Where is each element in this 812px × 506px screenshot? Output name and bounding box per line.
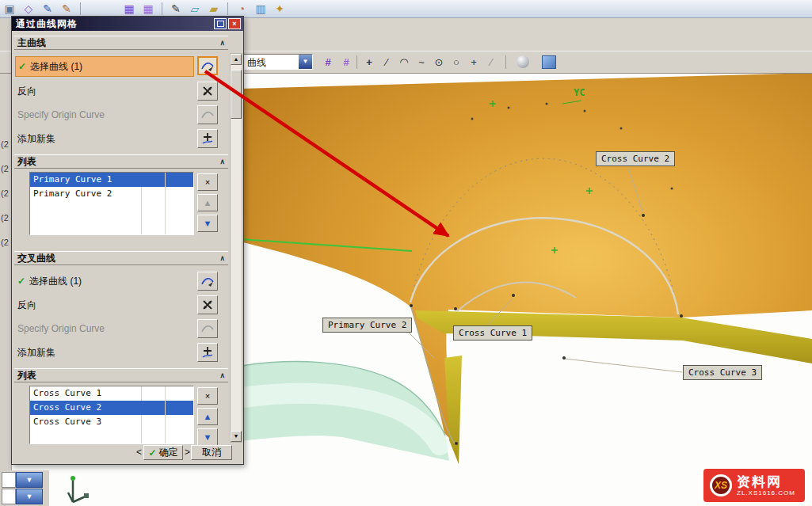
selection-filter-value: 曲线 (244, 55, 299, 69)
dialog-minimize-button[interactable] (214, 18, 227, 29)
primary-select-label: 选择曲线 (1) (30, 60, 82, 74)
sketch-icon[interactable]: ▣ (2, 2, 17, 16)
primary-section-header[interactable]: 主曲线 ∧ (14, 36, 228, 50)
scrollbar-thumb[interactable] (231, 70, 242, 119)
select-curve-icon (200, 59, 215, 72)
primary-move-down-button[interactable]: ▼ (197, 215, 218, 232)
watermark-logo: XS (710, 474, 732, 496)
pen-orange-icon[interactable]: ✎ (59, 2, 74, 16)
primary-reverse-button[interactable] (197, 82, 218, 101)
scroll-down-button[interactable]: ▼ (231, 431, 242, 442)
slash-tool-icon[interactable]: ∕ (483, 55, 499, 70)
pen-blue-icon[interactable]: ✎ (40, 2, 55, 16)
cross-select-label: 选择曲线 (1) (29, 275, 82, 288)
dialog-scrollbar[interactable]: ▲ ▼ (230, 53, 242, 443)
cross-reverse-button[interactable] (197, 295, 218, 314)
pen-dark-icon[interactable]: ✎ (168, 2, 184, 16)
cross-select-curve-row[interactable]: ✓ 选择曲线 (1) (15, 272, 194, 291)
view-cube-icon[interactable] (542, 55, 556, 69)
render-sphere-icon[interactable] (517, 55, 529, 68)
primary-select-curve-button[interactable] (197, 56, 218, 75)
sheet-icon[interactable]: ▥ (253, 2, 269, 16)
dialog-close-button[interactable]: × (228, 18, 241, 29)
primary-remove-button[interactable]: × (197, 173, 218, 191)
cross-remove-button[interactable]: × (197, 387, 218, 405)
list-item[interactable]: Cross Curve 1 (30, 386, 193, 401)
primary-add-set-button[interactable] (197, 129, 218, 148)
collapse-icon[interactable]: ∧ (219, 254, 225, 262)
axis-label-yc: YC (574, 87, 585, 98)
dialog-title: 通过曲线网格 (16, 17, 212, 31)
point-move-icon[interactable]: + (361, 55, 377, 70)
primary-list-label: 列表 (17, 155, 36, 169)
reverse-direction-icon (201, 299, 214, 310)
circle-tool-icon[interactable]: ○ (448, 55, 464, 70)
primary-select-curve-row[interactable]: ✓ 选择曲线 (1) (15, 56, 194, 77)
dialog-titlebar[interactable]: 通过曲线网格 × (12, 17, 243, 31)
view-combo-2[interactable]: ▼ (2, 489, 48, 504)
list-item[interactable]: Primary Curve 2 (30, 187, 193, 201)
primary-move-up-button[interactable]: ▲ (197, 194, 218, 211)
plane-icon[interactable]: ▱ (187, 2, 203, 16)
cross-select-curve-button[interactable] (197, 272, 218, 291)
ok-label: 确定 (159, 446, 178, 459)
plus-tool-icon[interactable]: + (466, 55, 482, 70)
surface-icon[interactable]: ▰ (206, 2, 222, 16)
dropdown-icon[interactable]: ▼ (16, 489, 43, 504)
cancel-label: 取消 (202, 446, 221, 459)
csys-triad-icon (65, 472, 93, 505)
cross-add-set-button[interactable] (197, 343, 218, 362)
cross-origin-button[interactable] (197, 319, 218, 338)
select-curve-icon (200, 275, 215, 287)
dropdown-icon[interactable]: ▼ (16, 472, 43, 488)
point-tool-icon[interactable]: ⊙ (431, 55, 447, 70)
curve-tag-primary-2[interactable]: Primary Curve 2 (322, 318, 412, 333)
cross-move-up-button[interactable]: ▲ (197, 408, 218, 425)
primary-curve-list[interactable]: Primary Curve 1 Primary Curve 2 (29, 172, 194, 235)
cross-origin-label: Specify Origin Curve (17, 323, 105, 334)
add-new-set-icon (201, 132, 214, 145)
origin-curve-icon (200, 108, 215, 121)
cross-section-header[interactable]: 交叉曲线 ∧ (14, 251, 228, 265)
primary-origin-button[interactable] (197, 105, 218, 124)
snap-grid-icon-1[interactable]: # (320, 55, 336, 70)
collapse-icon[interactable]: ∧ (219, 371, 225, 379)
list-item[interactable]: Cross Curve 2 (30, 401, 193, 415)
check-icon: ✓ (18, 61, 26, 72)
combo-field[interactable] (2, 489, 16, 504)
primary-list-header[interactable]: 列表 ∧ (14, 154, 228, 169)
snap-grid-icon-2[interactable]: # (338, 55, 354, 70)
datum-icon[interactable]: ◇ (21, 2, 36, 16)
combo-dropdown-icon[interactable]: ▼ (299, 55, 312, 69)
list-item[interactable]: Primary Curve 1 (30, 173, 193, 187)
collapse-icon[interactable]: ∧ (219, 158, 225, 165)
spline-tool-icon[interactable]: ~ (414, 55, 429, 70)
ok-decor-left: < (136, 447, 142, 458)
arc-tool-icon[interactable]: ◠ (396, 55, 412, 70)
line-tool-icon[interactable]: ∕ (379, 55, 395, 70)
list-item[interactable]: Cross Curve 3 (30, 415, 193, 429)
primary-add-set-row: 添加新集 (15, 129, 194, 148)
view-combo-1[interactable]: ▼ (2, 472, 48, 488)
ok-button[interactable]: ✓ 确定 (143, 445, 183, 460)
curve-tag-cross-3[interactable]: Cross Curve 3 (683, 365, 762, 380)
curve-tag-cross-1[interactable]: Cross Curve 1 (453, 325, 532, 341)
cross-add-set-row: 添加新集 (15, 343, 194, 362)
cross-list-label: 列表 (17, 369, 36, 382)
grid-purple-icon-2[interactable]: ▦ (140, 2, 156, 16)
scroll-up-button[interactable]: ▲ (231, 54, 242, 65)
cancel-button[interactable]: 取消 (191, 445, 232, 460)
primary-origin-label: Specify Origin Curve (17, 109, 105, 120)
cross-list-header[interactable]: 列表 ∧ (14, 368, 228, 382)
layers-icon[interactable]: ✦ (272, 2, 288, 16)
curve-tag-cross-2[interactable]: Cross Curve 2 (596, 151, 675, 166)
selection-filter-combo[interactable]: 曲线 ▼ (243, 54, 313, 70)
grid-purple-icon[interactable]: ▦ (121, 2, 137, 16)
cross-curve-list[interactable]: Cross Curve 1 Cross Curve 2 Cross Curve … (29, 386, 194, 444)
cross-move-down-button[interactable]: ▼ (197, 428, 218, 446)
collapse-icon[interactable]: ∧ (219, 39, 225, 47)
shaded-sphere-icon[interactable]: ◔ (234, 2, 250, 16)
toolbar-separator (505, 55, 506, 69)
cross-header-label: 交叉曲线 (17, 252, 55, 265)
combo-field[interactable] (2, 472, 16, 488)
